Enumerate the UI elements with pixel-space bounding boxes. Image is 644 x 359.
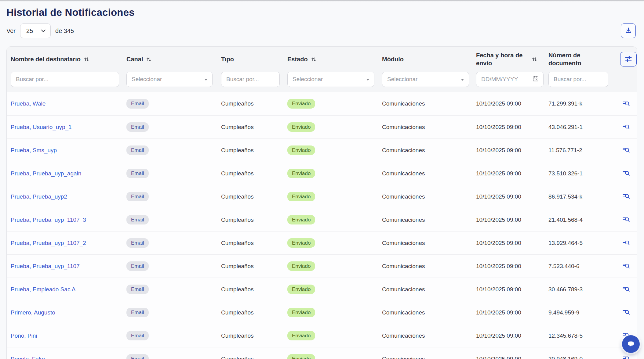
recipient-name-link[interactable]: Prueba, Prueba_uyp2 xyxy=(11,193,67,200)
module-cell: Comunicaciones xyxy=(382,356,476,359)
column-label: Número de documento xyxy=(548,51,593,67)
view-details-button[interactable] xyxy=(620,98,632,110)
page-title: Historial de Notificaciones xyxy=(6,7,135,18)
column-label: Tipo xyxy=(221,55,234,63)
status-badge: Enviado xyxy=(287,169,315,178)
placeholder-text: Seleccionar xyxy=(293,76,323,83)
placeholder-text: Seleccionar xyxy=(132,76,162,83)
sent-datetime-cell: 10/10/2025 09:00 xyxy=(476,124,548,131)
channel-badge: Email xyxy=(126,238,149,248)
channel-badge: Email xyxy=(126,261,149,271)
sort-arrows-icon xyxy=(532,56,537,62)
view-details-button[interactable] xyxy=(620,191,632,203)
column-settings-button[interactable] xyxy=(620,52,637,66)
sort-arrows-icon xyxy=(311,56,317,62)
module-cell: Comunicaciones xyxy=(382,193,476,200)
view-details-icon xyxy=(622,100,630,108)
recipient-name-link[interactable]: Prueba, Prueba_uyp_1107_3 xyxy=(11,217,86,223)
document-number-cell: 30.466.789-3 xyxy=(548,286,620,293)
type-cell: Cumpleaños xyxy=(221,240,287,246)
type-cell: Cumpleaños xyxy=(221,286,287,293)
column-header-estado[interactable]: Estado xyxy=(287,55,382,63)
filter-estado-select[interactable]: Seleccionar xyxy=(287,72,374,87)
view-details-icon xyxy=(622,262,630,270)
status-badge: Enviado xyxy=(287,308,315,318)
caret-down-icon xyxy=(366,76,370,83)
recipient-name-link[interactable]: Primero, Augusto xyxy=(11,309,55,316)
table-row: Prueba, Prueba_uyp_1107 Email Cumpleaños… xyxy=(7,254,637,278)
type-cell: Cumpleaños xyxy=(221,263,287,270)
module-cell: Comunicaciones xyxy=(382,332,476,339)
view-details-button[interactable] xyxy=(620,167,632,179)
sent-datetime-cell: 10/10/2025 09:00 xyxy=(476,240,548,246)
channel-badge: Email xyxy=(126,354,149,359)
document-number-cell: 13.929.464-5 xyxy=(548,240,620,246)
channel-badge: Email xyxy=(126,285,149,294)
placeholder-text: DD/MM/YYYY xyxy=(481,76,518,83)
view-details-icon xyxy=(622,146,630,154)
view-details-button[interactable] xyxy=(620,260,632,272)
module-cell: Comunicaciones xyxy=(382,309,476,316)
view-details-button[interactable] xyxy=(620,121,632,133)
sent-datetime-cell: 10/10/2025 09:00 xyxy=(476,217,548,223)
module-cell: Comunicaciones xyxy=(382,124,476,131)
filter-nombre-input[interactable]: Buscar por... xyxy=(11,72,119,87)
column-header-tipo: Tipo xyxy=(221,55,287,63)
table-body: Prueba, Wale Email Cumpleaños Enviado Co… xyxy=(7,92,637,359)
recipient-name-link[interactable]: Prueba, Wale xyxy=(11,100,45,107)
table-row: Prueba, Prueba_uyp_again Email Cumpleaño… xyxy=(7,162,637,185)
view-details-button[interactable] xyxy=(620,283,632,295)
filter-fecha-date[interactable]: DD/MM/YYYY xyxy=(476,72,544,87)
module-cell: Comunicaciones xyxy=(382,170,476,177)
table-row: Prueba, Usuario_uyp_1 Email Cumpleaños E… xyxy=(7,115,637,138)
view-details-button[interactable] xyxy=(620,353,632,359)
view-details-button[interactable] xyxy=(620,237,632,249)
type-cell: Cumpleaños xyxy=(221,356,287,359)
placeholder-text: Buscar por... xyxy=(554,76,586,83)
column-label: Canal xyxy=(126,55,143,63)
channel-badge: Email xyxy=(126,145,149,155)
document-number-cell: 73.510.326-1 xyxy=(548,170,620,177)
notifications-table: Nombre del destinatario Canal TipoEstado… xyxy=(6,46,637,359)
filter-tipo-input[interactable]: Buscar por... xyxy=(221,72,280,87)
page-size-value: 25 xyxy=(26,27,33,34)
channel-badge: Email xyxy=(126,169,149,178)
view-details-button[interactable] xyxy=(620,307,632,318)
recipient-name-link[interactable]: Prueba, Usuario_uyp_1 xyxy=(11,124,72,130)
module-cell: Comunicaciones xyxy=(382,263,476,270)
view-details-icon xyxy=(622,355,630,359)
sent-datetime-cell: 10/10/2025 09:00 xyxy=(476,263,548,270)
column-header-modulo: Módulo xyxy=(382,55,476,63)
filter-documento-input[interactable]: Buscar por... xyxy=(548,72,608,87)
filter-canal-select[interactable]: Seleccionar xyxy=(126,72,213,87)
type-cell: Cumpleaños xyxy=(221,100,287,107)
total-count-label: de 345 xyxy=(55,27,74,34)
view-details-icon xyxy=(622,216,630,224)
recipient-name-link[interactable]: Prueba, Sms_uyp xyxy=(11,147,57,153)
chat-button[interactable] xyxy=(622,335,640,353)
column-header-fecha[interactable]: Fecha y hora de envío xyxy=(476,51,548,67)
recipient-name-link[interactable]: Prueba, Prueba_uyp_1107 xyxy=(11,263,80,269)
page-size-select[interactable]: 25 xyxy=(20,23,51,38)
recipient-name-link[interactable]: People, Fake xyxy=(11,356,45,359)
view-details-button[interactable] xyxy=(620,214,632,226)
recipient-name-link[interactable]: Prueba, Prueba_uyp_again xyxy=(11,170,81,177)
filter-modulo-select[interactable]: Seleccionar xyxy=(382,72,469,87)
table-row: Primero, Augusto Email Cumpleaños Enviad… xyxy=(7,301,637,324)
recipient-name-link[interactable]: Pono, Pini xyxy=(11,332,37,339)
download-icon xyxy=(625,27,632,35)
document-number-cell: 21.401.568-4 xyxy=(548,217,620,223)
table-row: Prueba, Sms_uyp Email Cumpleaños Enviado… xyxy=(7,138,637,162)
placeholder-text: Seleccionar xyxy=(387,76,417,83)
table-row: People, Fake Email Cumpleaños Enviado Co… xyxy=(7,347,637,359)
recipient-name-link[interactable]: Prueba, Empleado Sac A xyxy=(11,286,75,293)
column-header-canal[interactable]: Canal xyxy=(126,55,221,63)
caret-down-icon xyxy=(460,76,464,83)
recipient-name-link[interactable]: Prueba, Prueba_uyp_1107_2 xyxy=(11,240,86,246)
column-header-nombre[interactable]: Nombre del destinatario xyxy=(11,55,126,63)
page-size-label-before: Ver xyxy=(6,27,16,34)
document-number-cell: 43.046.291-1 xyxy=(548,124,620,131)
download-button[interactable] xyxy=(621,23,636,38)
view-details-button[interactable] xyxy=(620,144,632,156)
status-badge: Enviado xyxy=(287,261,315,271)
